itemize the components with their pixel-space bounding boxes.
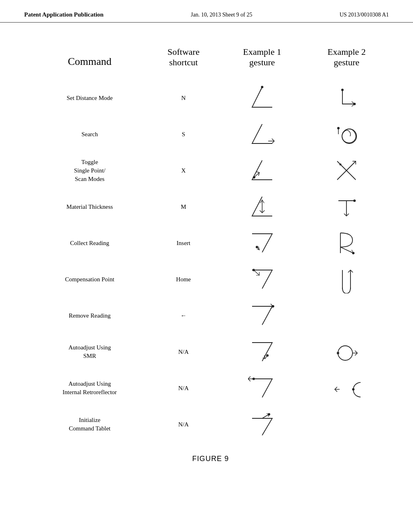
shortcut-label: M [147,189,220,225]
shortcut-label: N/A [147,406,220,443]
gesture-example1 [220,334,304,370]
gesture-example1 [220,297,304,334]
table-row: Remove Reading ← [32,297,389,334]
svg-point-29 [337,352,339,354]
main-content: Command Softwareshortcut Example 1gestur… [0,23,413,479]
gesture-example2 [305,370,389,406]
command-label: Search [32,116,147,152]
gesture-example1 [220,225,304,261]
table-row: ToggleSingle Point/Scan Modes X [32,152,389,189]
table-row: Collect Reading Insert [32,225,389,261]
table-row: Compensation Point Home [32,261,389,297]
shortcut-label: ← [147,297,220,334]
svg-point-3 [341,89,344,91]
svg-point-14 [353,200,356,202]
figure-caption: FIGURE 9 [32,455,389,463]
patent-number-label: US 2013/0010308 A1 [340,12,389,18]
gesture-example1 [220,80,304,116]
gesture-example2 [305,80,389,116]
command-label: Autoadjust UsingInternal Retroreflector [32,370,147,406]
shortcut-label: N/A [147,370,220,406]
table-row: Set Distance Mode N [32,80,389,116]
header-command: Command [32,43,147,80]
gesture-example2 [305,297,389,334]
page-header: Patent Application Publication Jan. 10, … [0,0,413,23]
gesture-example2 [305,189,389,225]
table-row: InitializeCommand Tablet N/A [32,406,389,443]
svg-line-36 [262,414,269,418]
publication-label: Patent Application Publication [24,11,104,18]
svg-point-34 [352,388,355,391]
table-row: Autoadjust UsingInternal Retroreflector … [32,370,389,406]
gesture-example1 [220,261,304,297]
table-row: Search S [32,116,389,152]
gesture-example2 [305,406,389,443]
shortcut-label: Home [147,261,220,297]
svg-line-21 [254,270,259,275]
header-example1: Example 1gesture [220,43,304,80]
shortcut-label: S [147,116,220,152]
shortcut-label: X [147,152,220,189]
gesture-example2 [305,225,389,261]
command-label: Material Thickness [32,189,147,225]
gesture-example2 [305,334,389,370]
table-header-row: Command Softwareshortcut Example 1gestur… [32,43,389,80]
table-row: Autoadjust UsingSMR N/A [32,334,389,370]
header-shortcut: Softwareshortcut [147,43,220,80]
command-label: Compensation Point [32,261,147,297]
command-label: Set Distance Mode [32,80,147,116]
gesture-example1 [220,370,304,406]
gesture-example2 [305,116,389,152]
svg-point-10 [340,164,342,166]
date-sheet-label: Jan. 10, 2013 Sheet 9 of 25 [191,12,252,18]
svg-point-28 [338,346,353,360]
command-label: ToggleSingle Point/Scan Modes [32,152,147,189]
gesture-example1 [220,116,304,152]
shortcut-label: Insert [147,225,220,261]
header-example2: Example 2gesture [305,43,389,80]
command-label: InitializeCommand Tablet [32,406,147,443]
table-row: Material Thickness M [32,189,389,225]
shortcut-label: N [147,80,220,116]
gesture-example1 [220,189,304,225]
shortcut-label: N/A [147,334,220,370]
command-label: Remove Reading [32,297,147,334]
gesture-example1 [220,406,304,443]
svg-point-25 [272,305,274,308]
command-label: Collect Reading [32,225,147,261]
gesture-example1 [220,152,304,189]
svg-point-6 [337,127,340,129]
gesture-example2 [305,261,389,297]
gesture-table: Command Softwareshortcut Example 1gestur… [32,43,389,443]
command-label: Autoadjust UsingSMR [32,334,147,370]
gesture-example2 [305,152,389,189]
